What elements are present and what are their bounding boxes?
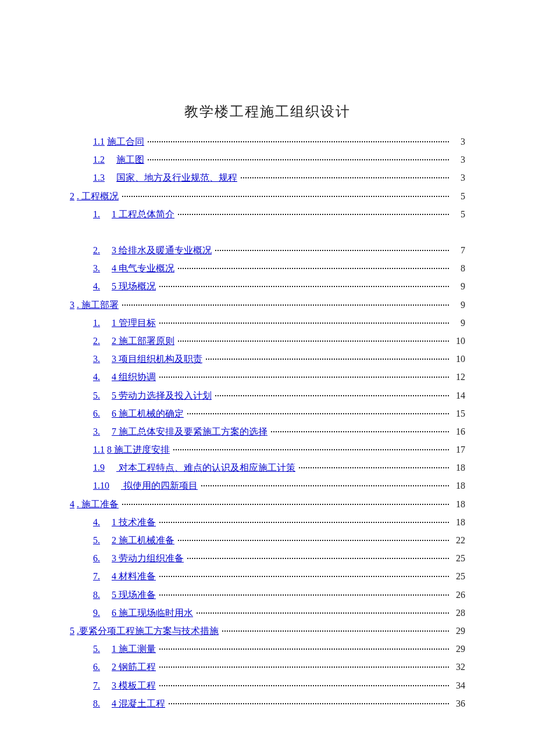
toc-prefix: 4. <box>93 281 100 291</box>
toc-link[interactable]: 5.2 施工机械准备 <box>93 531 174 549</box>
toc-prefix: 4. <box>93 372 100 382</box>
toc-link[interactable]: 2.2 施工部署原则 <box>93 332 174 350</box>
toc-text: 6 施工机械的确定 <box>112 409 184 418</box>
toc-page-number: 15 <box>452 404 465 422</box>
toc-link[interactable]: 4. 施工准备 <box>70 495 119 513</box>
toc-page-number: 3 <box>452 151 465 169</box>
toc-prefix: 2 <box>70 191 74 201</box>
toc-entry: 3.3 项目组织机构及职责10 <box>70 350 465 368</box>
toc-link[interactable]: 1.18 施工进度安排 <box>93 440 170 458</box>
toc-leader-dots <box>241 177 449 178</box>
toc-text: 2 钢筋工程 <box>112 662 156 672</box>
toc-prefix: 5. <box>93 644 100 654</box>
toc-link[interactable]: 6.6 施工机械的确定 <box>93 404 184 422</box>
toc-page-number: 9 <box>452 314 465 332</box>
toc-link[interactable]: 4.1 技术准备 <box>93 513 156 531</box>
toc-text: 7 施工总体安排及要紧施工方案的选择 <box>112 427 268 436</box>
toc-link[interactable]: 1.10 拟使用的四新项目 <box>93 476 198 495</box>
toc-entry: 1.18 施工进度安排17 <box>70 440 465 458</box>
toc-leader-dots <box>159 323 449 324</box>
toc-entry: 7.3 模板工程34 <box>70 676 465 694</box>
toc-link[interactable]: 3.3 项目组织机构及职责 <box>93 350 202 368</box>
toc-entry: 6.2 钢筋工程32 <box>70 658 465 676</box>
toc-prefix: 1.3 <box>93 173 105 182</box>
toc-page-number: 22 <box>452 531 465 549</box>
toc-link[interactable]: 1.9 对本工程特点、难点的认识及相应施工计策 <box>93 458 295 476</box>
toc-prefix: 1.2 <box>93 155 105 164</box>
toc-entry: 8.5 现场准备26 <box>70 586 465 604</box>
toc-link[interactable]: 2.3 给排水及暖通专业概况 <box>93 241 212 259</box>
toc-link[interactable]: 5.5 劳动力选择及投入计划 <box>93 386 212 404</box>
toc-link[interactable]: 4.4 组织协调 <box>93 368 156 386</box>
toc-link[interactable]: 4.5 现场概况 <box>93 277 156 295</box>
toc-prefix: 9. <box>93 608 100 618</box>
toc-page-number: 18 <box>452 495 465 513</box>
toc-link[interactable]: 8.4 混凝土工程 <box>93 694 165 712</box>
toc-page-number: 18 <box>452 476 465 495</box>
toc-leader-dots <box>159 667 449 668</box>
toc-leader-dots <box>122 196 449 197</box>
toc-leader-dots <box>148 141 449 142</box>
toc-link[interactable]: 5.要紧分项工程施工方案与技术措施 <box>70 622 219 640</box>
toc-link[interactable]: 2. 工程概况 <box>70 187 119 205</box>
toc-page-number: 34 <box>452 676 465 694</box>
toc-link[interactable]: 7.4 材料准备 <box>93 567 156 585</box>
toc-text: 5 劳动力选择及投入计划 <box>112 390 212 400</box>
toc-prefix: 3. <box>93 354 100 364</box>
toc-link[interactable]: 1.2施工图 <box>93 151 144 169</box>
toc-link[interactable]: 8.5 现场准备 <box>93 586 156 604</box>
toc-text: .要紧分项工程施工方案与技术措施 <box>77 626 219 636</box>
toc-page-number: 25 <box>452 549 465 567</box>
toc-link[interactable]: 7.3 模板工程 <box>93 676 156 694</box>
toc-text: . 工程概况 <box>77 191 119 201</box>
toc-prefix: 5. <box>93 390 100 400</box>
toc-page-number: 18 <box>452 513 465 531</box>
toc-text: 4 组织协调 <box>112 372 156 382</box>
toc-entry: 2. 工程概况5 <box>70 187 465 205</box>
toc-page-number: 9 <box>452 277 465 295</box>
toc-link[interactable]: 6.2 钢筋工程 <box>93 658 156 676</box>
toc-prefix: 5. <box>93 535 100 545</box>
toc-leader-dots <box>206 359 449 360</box>
toc-text: 1 施工测量 <box>112 644 156 654</box>
toc-entry: 4. 施工准备18 <box>70 495 465 513</box>
toc-page-number: 29 <box>452 640 465 658</box>
toc-leader-dots <box>178 268 449 269</box>
toc-link[interactable]: 5.1 施工测量 <box>93 640 156 658</box>
toc-prefix: 6. <box>93 409 100 418</box>
toc-link[interactable]: 1.1施工合同 <box>93 132 144 151</box>
toc-link[interactable]: 3. 施工部署 <box>70 296 119 314</box>
toc-leader-dots <box>271 431 449 432</box>
toc-link[interactable]: 1.1 工程总体简介 <box>93 205 174 223</box>
toc-prefix: 7. <box>93 571 100 581</box>
toc-entry: 6.3 劳动力组织准备25 <box>70 549 465 567</box>
toc-page-number: 3 <box>452 169 465 187</box>
toc-prefix: 1.1 <box>93 137 105 146</box>
toc-leader-dots <box>159 576 449 577</box>
toc-entry: 1.2施工图3 <box>70 151 465 169</box>
toc-text: 2 施工机械准备 <box>112 535 174 545</box>
toc-prefix: 6. <box>93 553 100 563</box>
toc-leader-dots <box>159 594 449 596</box>
toc-leader-dots <box>215 250 449 251</box>
toc-entry: 1.9 对本工程特点、难点的认识及相应施工计策18 <box>70 458 465 476</box>
toc-text: 6 施工现场临时用水 <box>112 608 193 618</box>
toc-text: 8 施工进度安排 <box>107 445 170 454</box>
toc-link[interactable]: 1.1 管理目标 <box>93 314 156 332</box>
toc-entry: 6.6 施工机械的确定15 <box>70 404 465 422</box>
toc-link[interactable]: 3.7 施工总体安排及要紧施工方案的选择 <box>93 422 268 440</box>
toc-link[interactable]: 3.4 电气专业概况 <box>93 259 174 277</box>
toc-leader-dots <box>122 304 449 306</box>
toc-text: 1 技术准备 <box>112 517 156 527</box>
toc-entry: 1.1 工程总体简介5 <box>70 205 465 223</box>
toc-page-number: 5 <box>452 205 465 223</box>
toc-leader-dots <box>222 630 449 632</box>
toc-link[interactable]: 6.3 劳动力组织准备 <box>93 549 184 567</box>
toc-entry: 4.1 技术准备18 <box>70 513 465 531</box>
toc-page-number: 25 <box>452 567 465 585</box>
toc-leader-dots <box>159 286 449 287</box>
toc-link[interactable]: 1.3国家、地方及行业规范、规程 <box>93 169 237 187</box>
toc-page-number: 14 <box>452 386 465 404</box>
toc-prefix: 1.9 <box>93 463 105 472</box>
toc-link[interactable]: 9.6 施工现场临时用水 <box>93 604 193 622</box>
